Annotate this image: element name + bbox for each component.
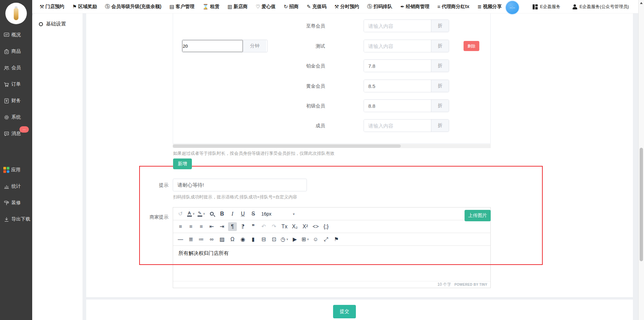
subscript-icon[interactable]: X₂	[290, 222, 299, 231]
discount-input[interactable]	[364, 100, 431, 112]
media-icon[interactable]: ▶	[290, 235, 299, 244]
bottom-action-bar: 提交	[86, 300, 633, 320]
nav-item-investment[interactable]: ↻ 招商	[284, 4, 299, 10]
nav-item-recharge-code[interactable]: ✎ 充值码	[307, 4, 326, 10]
header-item-service-admin[interactable]: E企盈服务(公众号管理员)	[573, 4, 629, 10]
sidebar-item-basic-settings[interactable]: 基础设置	[32, 13, 83, 27]
scrollbar-up-arrow[interactable]	[640, 2, 643, 4]
floating-clock-widget[interactable]: --:--	[505, 0, 520, 15]
delete-button[interactable]: 删除	[464, 41, 479, 51]
heart-icon: ♡	[256, 4, 260, 10]
sidebar-item-message[interactable]: 消息	[3, 130, 21, 137]
discount-input[interactable]	[364, 80, 431, 92]
avatar[interactable]	[5, 3, 27, 24]
sidebar-item-system[interactable]: 系统	[3, 113, 21, 121]
strikethrough-icon[interactable]: S	[249, 210, 258, 218]
nav-item-agent-dividend[interactable]: ≡ 代理商分红tx	[437, 4, 469, 10]
nav-item-member-upgrade[interactable]: Ⓢ 会员等级升级(充值余额)	[105, 3, 161, 10]
header-item-label: E企盈服务	[540, 4, 560, 10]
rtl-icon[interactable]: ¶	[238, 222, 247, 231]
nav-item-leasing[interactable]: ⌛ 租赁	[202, 4, 219, 10]
blockquote-icon[interactable]: ❞	[249, 222, 258, 231]
highlight-color-icon[interactable]: ✎∨	[197, 210, 206, 218]
indent-icon[interactable]: ⇥	[218, 222, 226, 231]
ordered-list-icon[interactable]: ≔	[197, 235, 206, 244]
discount-input[interactable]	[364, 20, 431, 32]
align-left-icon[interactable]: ≡	[176, 222, 185, 231]
sidebar-item-order[interactable]: 订单	[3, 81, 21, 88]
search-icon[interactable]	[207, 210, 216, 218]
redo-icon[interactable]: ↷	[270, 222, 278, 231]
cart-icon	[3, 81, 10, 88]
users-icon	[3, 65, 10, 71]
code-icon[interactable]: <>	[311, 222, 320, 231]
image-icon[interactable]: ▨	[218, 235, 226, 244]
discount-input[interactable]	[364, 60, 431, 72]
discount-input[interactable]	[364, 120, 431, 132]
discount-unit: 折	[431, 100, 449, 112]
nav-item-love-value[interactable]: ♡ 爱心值	[256, 4, 275, 10]
sidebar-item-apps[interactable]: 应用	[3, 166, 20, 174]
nav-item-dealer-mgmt[interactable]: ✒ 经销商管理	[400, 4, 429, 10]
discount-unit: 折	[431, 20, 449, 32]
add-button[interactable]: 新增	[173, 158, 192, 169]
page-break-icon[interactable]: ⊟	[259, 235, 268, 244]
format-paint-icon[interactable]: ⚑	[332, 235, 341, 244]
table-icon[interactable]: ⊞∨	[301, 235, 310, 244]
horizontal-scrollbar[interactable]	[173, 144, 491, 148]
sidebar-item-overview[interactable]: 概况	[3, 31, 21, 39]
sidebar-item-label: 概况	[11, 32, 21, 38]
nav-item-store-booking[interactable]: ⚒ 门店预约	[40, 4, 64, 10]
text-color-icon[interactable]: A∨	[186, 210, 195, 218]
main-content: 至尊会员 折 分钟测试 折删除铂金会员 折黄金会员 折初级会员 折成员 折 如果…	[86, 13, 633, 297]
top-nav: ⚒ 门店预约⚑ 区域奖励Ⓢ 会员等级升级(充值余额)▤ 客户管理⌛ 租赁▥ 新店…	[32, 3, 502, 10]
superscript-icon[interactable]: X²	[301, 222, 310, 231]
ltr-icon[interactable]: ¶	[228, 222, 237, 231]
upload-image-button[interactable]: 上传图片	[465, 210, 491, 221]
nav-item-scan-queue[interactable]: Ⓢ 扫码排队	[367, 3, 392, 10]
sidebar-item-goods[interactable]: 商品	[3, 48, 21, 55]
bullet-list-icon[interactable]: ≣	[186, 235, 195, 244]
tip-input[interactable]	[173, 179, 307, 191]
code-sample-icon[interactable]: {;}	[322, 222, 330, 231]
header-item-service[interactable]: E企盈服务	[533, 4, 560, 10]
outdent-icon[interactable]: ⇤	[207, 222, 216, 231]
font-size-select[interactable]: 16px∨	[259, 210, 297, 218]
nav-item-label: 区域奖励	[78, 4, 97, 10]
sidebar-item-finance[interactable]: 财务	[3, 97, 21, 104]
bold-icon[interactable]: B	[218, 210, 226, 218]
download-icon	[3, 216, 10, 223]
underline-icon[interactable]: U	[238, 210, 247, 218]
special-char-icon[interactable]: Ω	[228, 235, 237, 244]
align-right-icon[interactable]: ≡	[197, 222, 206, 231]
emoji-icon[interactable]: ☺	[311, 235, 320, 244]
sidebar-item-export[interactable]: 导出下载	[3, 216, 30, 223]
apps-icon	[3, 167, 9, 173]
sidebar-item-stats[interactable]: 统计	[3, 183, 21, 190]
nav-item-time-booking[interactable]: ⚒ 分时预约	[334, 4, 359, 10]
bookmark-icon[interactable]: ▮	[249, 235, 258, 244]
nav-item-area-reward[interactable]: ⚑ 区域奖励	[72, 4, 97, 10]
clear-format-icon[interactable]: Tx	[280, 222, 289, 231]
nav-item-video-share[interactable]: ≣ 视频分享	[477, 4, 502, 10]
nav-item-new-store[interactable]: ▥ 新店商	[227, 4, 248, 10]
scrollbar-thumb[interactable]	[640, 148, 643, 261]
italic-icon[interactable]: I	[228, 210, 237, 218]
insert-time-icon[interactable]: ◷∨	[280, 235, 289, 244]
submit-button[interactable]: 提交	[333, 305, 356, 318]
undo-history-icon[interactable]: ↺	[176, 210, 185, 218]
sidebar-item-member[interactable]: 会员	[3, 64, 21, 72]
preview-icon[interactable]: ◉	[238, 235, 247, 244]
print-icon[interactable]: ⊡	[270, 235, 278, 244]
editor-content[interactable]: 所有解决权归门店所有	[173, 246, 490, 281]
hr-icon[interactable]: —	[176, 235, 185, 244]
nav-item-customer-mgmt[interactable]: ▤ 客户管理	[169, 4, 194, 10]
link-icon[interactable]: ∞	[207, 235, 216, 244]
sidebar-item-deco[interactable]: 装修	[3, 199, 21, 207]
discount-input[interactable]	[364, 40, 431, 52]
horizontal-scrollbar-thumb[interactable]	[173, 144, 401, 148]
page-scrollbar[interactable]	[638, 0, 644, 320]
align-center-icon[interactable]: ≡	[186, 222, 195, 231]
fullscreen-icon[interactable]: ⤢	[322, 235, 330, 244]
undo-icon[interactable]: ↶	[259, 222, 268, 231]
